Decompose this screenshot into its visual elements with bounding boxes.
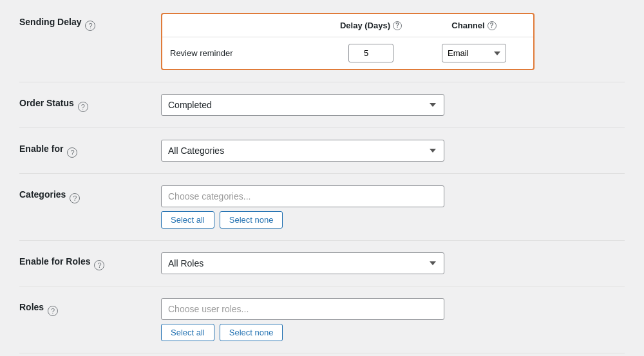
categories-input-group: Select all Select none [161,185,444,229]
sending-delay-control: Delay (Days) ? Channel ? Review reminder [161,13,625,70]
delay-header-help-icon[interactable]: ? [393,21,402,30]
order-status-label-cell: Order Status ? [19,94,161,112]
roles-input-group: Select all Select none [161,298,444,341]
categories-btn-group: Select all Select none [161,211,444,229]
sending-delay-table-header: Delay (Days) ? Channel ? [162,14,533,37]
roles-select-all-button[interactable]: Select all [161,324,214,341]
header-delay-label: Delay (Days) [340,21,390,30]
reminder-row-label: Review reminder [170,48,319,58]
channel-header-help-icon[interactable]: ? [488,21,497,30]
enable-for-roles-label: Enable for Roles [19,256,90,267]
order-status-select[interactable]: Completed Processing On Hold Cancelled [161,94,444,116]
categories-select-all-button[interactable]: Select all [161,211,214,229]
order-status-control: Completed Processing On Hold Cancelled [161,94,625,116]
categories-label-cell: Categories ? [19,185,161,203]
delay-days-cell [319,44,422,62]
form-row-sending-delay: Sending Delay ? Delay (Days) ? Channel ? [19,13,625,82]
header-channel-label: Channel [451,21,484,30]
roles-label: Roles [19,302,44,312]
enable-for-control: All Categories Specific Categories [161,140,625,162]
enable-for-roles-label-cell: Enable for Roles ? [19,252,161,270]
sending-delay-label: Sending Delay [19,17,81,27]
order-status-label: Order Status [19,98,74,108]
sending-delay-table: Delay (Days) ? Channel ? Review reminder [161,13,535,70]
form-row-enable-for: Enable for ? All Categories Specific Cat… [19,128,625,174]
order-status-help-icon[interactable]: ? [78,102,88,112]
categories-control: Select all Select none [161,185,625,229]
enable-for-label: Enable for [19,144,63,154]
roles-help-icon[interactable]: ? [48,306,58,316]
enable-for-roles-help-icon[interactable]: ? [94,260,104,270]
enable-for-help-icon[interactable]: ? [67,147,77,158]
categories-input[interactable] [161,185,444,207]
enable-for-select[interactable]: All Categories Specific Categories [161,140,444,162]
roles-input[interactable] [161,298,444,320]
form-row-categories: Categories ? Select all Select none [19,174,625,241]
roles-select-none-button[interactable]: Select none [220,324,283,341]
sending-delay-help-icon[interactable]: ? [85,21,95,31]
roles-label-cell: Roles ? [19,298,161,316]
enable-for-label-cell: Enable for ? [19,140,161,158]
sending-delay-table-row: Review reminder Email SMS Push [162,37,533,69]
header-name-col [170,21,319,30]
form-row-order-status: Order Status ? Completed Processing On H… [19,82,625,128]
roles-btn-group: Select all Select none [161,324,444,341]
sending-delay-label-cell: Sending Delay ? [19,13,161,31]
roles-control: Select all Select none [161,298,625,341]
header-channel-col: Channel ? [422,21,526,30]
enable-for-roles-select[interactable]: All Roles Specific Roles [161,252,444,274]
form-row-enable-for-roles: Enable for Roles ? All Roles Specific Ro… [19,241,625,286]
enable-for-roles-control: All Roles Specific Roles [161,252,625,274]
header-delay-col: Delay (Days) ? [319,21,422,30]
categories-select-none-button[interactable]: Select none [220,211,283,229]
channel-cell: Email SMS Push [422,44,526,62]
settings-page: Sending Delay ? Delay (Days) ? Channel ? [0,0,644,356]
channel-select[interactable]: Email SMS Push [442,44,506,62]
delay-days-input[interactable] [348,44,393,62]
categories-label: Categories [19,189,66,200]
form-row-roles: Roles ? Select all Select none [19,286,625,353]
categories-help-icon[interactable]: ? [70,193,80,203]
